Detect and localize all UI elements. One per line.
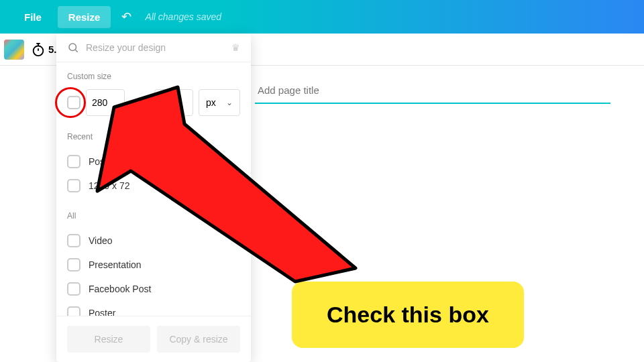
list-item-label: Presentation: [89, 259, 142, 270]
height-input[interactable]: [154, 89, 193, 116]
list-checkbox[interactable]: [67, 282, 80, 296]
all-label: All: [67, 211, 240, 221]
list-checkbox[interactable]: [67, 306, 80, 316]
recent-section: Recent Poster 1280 x 72: [67, 132, 240, 198]
stopwatch-icon: [31, 42, 46, 57]
unit-dropdown[interactable]: px ⌄: [199, 89, 240, 116]
recent-label: Recent: [67, 132, 240, 141]
custom-size-row: 🔒 px ⌄: [67, 89, 240, 116]
list-item-label: Poster: [89, 308, 115, 316]
custom-size-checkbox[interactable]: [67, 96, 80, 109]
width-input[interactable]: [86, 89, 125, 116]
resize-button[interactable]: Resize: [67, 326, 150, 353]
list-item-label: Poster: [89, 156, 115, 167]
list-checkbox[interactable]: [67, 155, 80, 168]
list-item[interactable]: Video: [67, 229, 240, 253]
annotation-callout: Check this box: [292, 282, 524, 348]
page-title-input[interactable]: [255, 78, 610, 104]
list-item[interactable]: Facebook Post: [67, 277, 240, 301]
resize-menu-button[interactable]: Resize: [58, 6, 111, 28]
resize-dropdown-panel: ♛ Custom size 🔒 px ⌄ Recent Poster 1280 …: [56, 34, 251, 362]
list-checkbox[interactable]: [67, 234, 80, 247]
list-item[interactable]: Presentation: [67, 253, 240, 277]
file-menu-button[interactable]: File: [13, 6, 52, 28]
list-item[interactable]: 1280 x 72: [67, 174, 240, 198]
search-icon: [67, 42, 79, 54]
color-picker-swatch[interactable]: [4, 40, 24, 60]
chevron-down-icon: ⌄: [226, 98, 233, 107]
timer-value: 5.: [48, 44, 57, 55]
custom-size-label: Custom size: [67, 72, 240, 81]
save-status-text: All changes saved: [145, 11, 221, 22]
timer-control[interactable]: 5.: [31, 42, 57, 57]
list-item-label: Video: [89, 235, 113, 246]
list-item[interactable]: Poster: [67, 149, 240, 174]
resize-search-input[interactable]: [86, 42, 225, 53]
all-section: All Video Presentation Facebook Post Pos…: [67, 211, 240, 316]
resize-search-row: ♛: [56, 34, 251, 62]
list-checkbox[interactable]: [67, 258, 80, 272]
top-toolbar: File Resize ↶ All changes saved: [0, 0, 644, 34]
list-checkbox[interactable]: [67, 179, 80, 192]
copy-resize-button[interactable]: Copy & resize: [157, 326, 240, 353]
lock-icon[interactable]: 🔒: [130, 97, 149, 109]
unit-label: px: [206, 97, 216, 108]
resize-panel-footer: Resize Copy & resize: [56, 316, 251, 362]
svg-point-1: [69, 44, 76, 51]
undo-icon[interactable]: ↶: [121, 9, 131, 24]
list-item-label: Facebook Post: [89, 284, 151, 294]
resize-panel-body: Custom size 🔒 px ⌄ Recent Poster 1280 x …: [56, 62, 251, 316]
list-item-label: 1280 x 72: [89, 180, 130, 191]
crown-icon: ♛: [231, 42, 240, 53]
list-item[interactable]: Poster: [67, 301, 240, 316]
